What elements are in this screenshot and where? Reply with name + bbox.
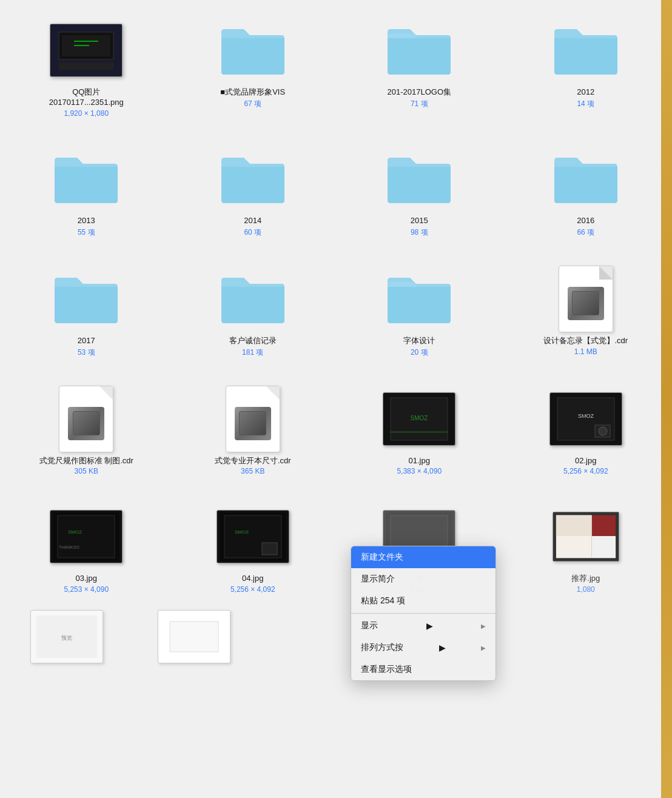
context-menu-display[interactable]: 显示 ▶ — [351, 615, 496, 637]
svg-rect-5 — [59, 62, 113, 70]
folder-2017-name: 2017 — [78, 336, 95, 346]
file-item-2016[interactable]: 2016 66 项 — [525, 141, 647, 243]
04jpg-thumb: SMOZ — [217, 510, 289, 563]
shijue-vis-icon — [213, 17, 292, 84]
svg-rect-16 — [58, 515, 115, 558]
context-menu: 新建文件夹 显示简介 粘贴 254 项 显示 ▶ 排列方式按 ▶ 查看显示选项 — [351, 546, 496, 681]
finder-grid: QQ图片20170117...2351.png 1,920 × 1,080 ■式… — [0, 0, 672, 611]
qq-pic-icon — [47, 17, 126, 84]
folder-2015-name: 2015 — [411, 216, 428, 226]
folder-kehu-meta: 181 项 — [242, 347, 263, 358]
file-item-logo-collection[interactable]: 201-2017LOGO集 71 项 — [358, 12, 480, 114]
file-item-row6-1[interactable]: 预览 — [6, 598, 127, 679]
logo-collection-meta: 71 项 — [411, 99, 428, 109]
logo-collection-icon — [380, 17, 459, 84]
folder-2013-icon — [47, 146, 126, 212]
shijue-vis-name: ■式觉品牌形象VIS — [220, 87, 285, 98]
folder-2016-icon — [546, 146, 625, 212]
row6-1-icon: 预览 — [27, 603, 106, 670]
01jpg-icon: SMOZ — [380, 386, 459, 452]
sheji-cdr-icon — [546, 266, 625, 332]
folder-2013-name: 2013 — [78, 216, 95, 226]
folder-ziti-meta: 20 项 — [411, 347, 428, 358]
file-item-04jpg[interactable]: SMOZ 04.jpg 5,256 × 4,092 — [192, 498, 314, 598]
folder-kehu-icon — [213, 266, 292, 332]
folder-2014-name: 2014 — [244, 216, 261, 226]
03jpg-meta: 5,253 × 4,090 — [64, 585, 109, 594]
context-menu-paste[interactable]: 粘贴 254 项 — [351, 590, 496, 612]
02jpg-icon: SMOZ — [546, 386, 625, 452]
svg-rect-28 — [592, 515, 616, 536]
folder-ziti-icon — [380, 266, 459, 332]
folder-ziti-name: 字体设计 — [403, 336, 435, 346]
02jpg-name: 02.jpg — [575, 456, 596, 466]
qq-thumbnail — [50, 24, 123, 77]
chi-cdr-meta: 305 KB — [75, 467, 98, 475]
01jpg-name: 01.jpg — [409, 456, 430, 466]
folder-2015-icon — [380, 146, 459, 212]
file-item-2012[interactable]: 2012 14 项 — [525, 12, 647, 114]
folder-2012-meta: 14 项 — [577, 99, 594, 109]
folder-2014-meta: 60 项 — [244, 227, 261, 238]
context-menu-divider-1 — [351, 613, 496, 614]
sheji-cdr-name: 设计备忘录【式觉】.cdr — [543, 336, 628, 346]
context-menu-show-info[interactable]: 显示简介 — [351, 568, 496, 590]
chi-cdr-name: 式觉尺规作图标准 制图.cdr — [39, 456, 133, 466]
file-item-2017[interactable]: 2017 53 项 — [25, 261, 147, 363]
row6-2-icon — [155, 603, 234, 670]
file-item-03jpg[interactable]: SMOZ THANKSO 03.jpg 5,253 × 4,090 — [25, 498, 147, 598]
file-item-sheji-cdr[interactable]: 设计备忘录【式觉】.cdr 1.1 MB — [525, 261, 647, 361]
file-item-2015[interactable]: 2015 98 项 — [358, 141, 480, 243]
svg-text:SMOZ: SMOZ — [411, 415, 428, 421]
pro-cdr-icon — [213, 386, 292, 452]
context-menu-new-folder[interactable]: 新建文件夹 — [351, 546, 496, 568]
qq-pic-meta: 1,920 × 1,080 — [64, 109, 109, 118]
sort-arrow-icon: ▶ — [439, 643, 446, 652]
file-item-recommend[interactable]: 推荐.jpg 1,080 — [525, 498, 647, 598]
folder-2012-icon — [546, 17, 625, 84]
file-item-01jpg[interactable]: SMOZ 01.jpg 5,383 × 4,090 — [358, 381, 480, 481]
recommend-meta: 1,080 — [577, 585, 595, 594]
file-item-chi-cdr[interactable]: 式觉尺规作图标准 制图.cdr 305 KB — [25, 381, 147, 481]
context-menu-sort[interactable]: 排列方式按 ▶ — [351, 637, 496, 659]
folder-kehu-name: 客户诚信记录 — [229, 336, 277, 346]
04jpg-icon: SMOZ — [213, 503, 292, 570]
svg-rect-22 — [262, 543, 277, 555]
svg-rect-29 — [592, 536, 616, 558]
folder-2014-icon — [213, 146, 292, 212]
01jpg-meta: 5,383 × 4,090 — [397, 467, 442, 475]
folder-2017-icon — [47, 266, 126, 332]
file-item-pro-cdr[interactable]: 式觉专业开本尺寸.cdr 365 KB — [192, 381, 314, 481]
folder-2013-meta: 55 项 — [78, 227, 95, 238]
sidebar-scroll[interactable] — [661, 0, 672, 798]
file-item-02jpg[interactable]: SMOZ 02.jpg 5,256 × 4,092 — [525, 381, 647, 481]
pro-cdr-name: 式觉专业开本尺寸.cdr — [215, 456, 291, 466]
recommend-icon — [546, 503, 625, 570]
file-item-kehu[interactable]: 客户诚信记录 181 项 — [192, 261, 314, 363]
sheji-cdr-meta: 1.1 MB — [574, 347, 597, 356]
svg-point-14 — [599, 427, 607, 435]
svg-text:SMOZ: SMOZ — [235, 529, 249, 535]
04jpg-name: 04.jpg — [242, 574, 263, 584]
logo-collection-name: 201-2017LOGO集 — [387, 87, 451, 98]
folder-2015-meta: 98 项 — [411, 227, 428, 238]
file-item-row6-2[interactable] — [133, 598, 255, 679]
file-item-ziti[interactable]: 字体设计 20 项 — [358, 261, 480, 363]
pro-cdr-meta: 365 KB — [241, 467, 264, 475]
file-item-qq-pic[interactable]: QQ图片20170117...2351.png 1,920 × 1,080 — [25, 12, 147, 122]
file-item-2014[interactable]: 2014 60 项 — [192, 141, 314, 243]
file-item-2013[interactable]: 2013 55 项 — [25, 141, 147, 243]
svg-rect-33 — [170, 622, 218, 652]
svg-text:预览: 预览 — [61, 635, 72, 641]
03jpg-thumb: SMOZ THANKSO — [50, 510, 123, 563]
file-item-shijue-vis[interactable]: ■式觉品牌形象VIS 67 项 — [192, 12, 314, 114]
context-menu-view-options[interactable]: 查看显示选项 — [351, 659, 496, 680]
svg-text:SMOZ: SMOZ — [68, 529, 82, 535]
01jpg-thumb: SMOZ — [383, 392, 455, 446]
folder-2016-meta: 66 项 — [577, 227, 594, 238]
03jpg-name: 03.jpg — [76, 574, 97, 584]
02jpg-meta: 5,256 × 4,092 — [563, 467, 608, 475]
display-arrow-icon: ▶ — [426, 621, 433, 631]
recommend-name: 推荐.jpg — [571, 574, 600, 584]
chi-cdr-icon — [47, 386, 126, 452]
